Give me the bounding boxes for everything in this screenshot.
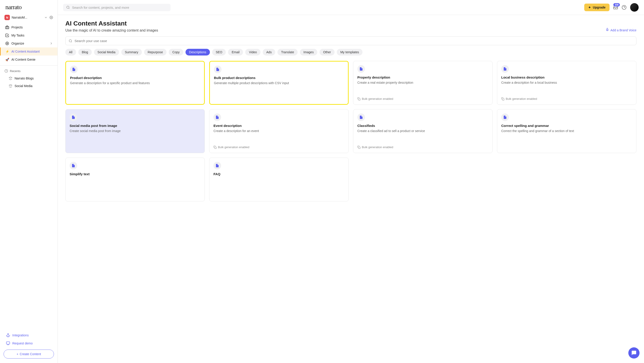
template-card[interactable]: FAQ	[209, 158, 349, 202]
filter-chip[interactable]: Email	[228, 49, 243, 56]
nav-projects[interactable]: Projects	[0, 23, 58, 31]
bolt-icon: ⚡	[5, 50, 9, 54]
gear-icon[interactable]	[50, 16, 53, 19]
template-card[interactable]: Simplify text	[65, 158, 205, 202]
card-title: Local business description	[501, 76, 632, 79]
sidebar-footer: Integrations Request demo + Create Conte…	[0, 328, 58, 363]
card-title: Property description	[357, 76, 488, 79]
clock-icon	[4, 69, 8, 73]
bulk-label: Bulk generation enabled	[357, 97, 488, 100]
recent-item[interactable]: Narrato Blogs	[0, 74, 58, 82]
svg-point-0	[51, 17, 52, 18]
recent-label: Social Media	[14, 84, 32, 88]
filter-chips: AllBlogSocial MediaSummaryRepurposeCopyD…	[65, 49, 636, 56]
svg-point-12	[67, 6, 69, 8]
filter-chip[interactable]: Social Media	[94, 49, 119, 56]
card-title: FAQ	[214, 172, 344, 176]
create-content-button[interactable]: + Create Content	[4, 350, 54, 358]
usecase-input[interactable]	[74, 39, 633, 43]
template-card[interactable]: Property descriptionCreate a real estate…	[353, 61, 492, 105]
bulk-label: Bulk generation enabled	[214, 146, 344, 149]
help-icon[interactable]	[622, 5, 626, 10]
document-icon	[70, 66, 78, 73]
chat-bubble[interactable]	[628, 347, 640, 358]
card-title: Simplify text	[70, 172, 200, 176]
svg-point-3	[6, 42, 9, 45]
template-card[interactable]: Event descriptionCreate a description fo…	[209, 109, 349, 153]
svg-rect-21	[358, 147, 360, 148]
nav-label: AI Content Assistant	[12, 50, 40, 53]
template-card[interactable]: Bulk product descriptionsGenerate multip…	[209, 61, 349, 105]
recents-label: Recents	[0, 67, 58, 74]
card-desc: Create a description for an event	[214, 129, 344, 134]
svg-rect-19	[502, 98, 504, 100]
card-desc: Correct the spelling and grammar of a se…	[501, 129, 632, 134]
template-card[interactable]: Social media post from imageCreate socia…	[65, 109, 205, 153]
filter-chip[interactable]: All	[65, 49, 76, 56]
card-title: Classifieds	[357, 124, 488, 128]
nav-ai-genie[interactable]: 🚀 AI Content Genie	[0, 56, 58, 64]
rocket-icon: 🚀	[5, 58, 9, 62]
nav-label: Request demo	[12, 342, 33, 345]
filter-chip[interactable]: Video	[245, 49, 260, 56]
document-icon	[214, 114, 221, 121]
nav-integrations[interactable]: Integrations	[4, 331, 54, 339]
content: AI Content Assistant Use the magic of AI…	[58, 15, 644, 363]
svg-rect-9	[6, 342, 10, 344]
card-title: Correct spelling and grammar	[501, 124, 632, 128]
card-desc: Create a description for a local busines…	[501, 80, 632, 85]
recent-item[interactable]: Social Media	[0, 82, 58, 90]
filter-chip[interactable]: SEO	[212, 49, 226, 56]
nav-request-demo[interactable]: Request demo	[4, 339, 54, 347]
template-card[interactable]: ClassifiedsCreate a classified ad to sel…	[353, 109, 492, 153]
nav-label: Integrations	[12, 334, 29, 337]
inbox-icon[interactable]: 338	[613, 5, 618, 10]
filter-chip[interactable]: Copy	[169, 49, 183, 56]
nav-my-tasks[interactable]: My Tasks	[0, 31, 58, 40]
chevron-down-icon[interactable]	[44, 16, 48, 19]
usecase-search[interactable]	[65, 36, 636, 45]
global-search[interactable]	[63, 4, 170, 11]
card-desc: Create social media post from image	[70, 129, 200, 134]
nav-ai-assistant[interactable]: ⚡ AI Content Assistant	[0, 48, 58, 56]
filter-chip[interactable]: Images	[300, 49, 317, 56]
workspace-name: NarratoM...	[12, 16, 42, 19]
briefcase-icon	[5, 25, 9, 29]
page-title: AI Content Assistant	[65, 20, 158, 27]
card-title: Social media post from image	[70, 124, 200, 128]
card-desc: Generate a description for a specific pr…	[70, 81, 200, 86]
filter-chip[interactable]: Ads	[263, 49, 275, 56]
mic-icon	[606, 28, 609, 32]
filter-chip[interactable]: Other	[320, 49, 334, 56]
template-card[interactable]: Local business descriptionCreate a descr…	[497, 61, 636, 105]
plus-icon: +	[16, 352, 18, 356]
document-icon	[501, 114, 509, 121]
notification-badge: 338	[613, 3, 620, 6]
svg-marker-5	[9, 77, 12, 78]
template-card[interactable]: Product descriptionGenerate a descriptio…	[65, 61, 205, 105]
filter-chip[interactable]: My templates	[337, 49, 362, 56]
main: ✦ Upgrade 338 AI Content Assistant Use t…	[58, 0, 644, 363]
filter-chip[interactable]: Blog	[78, 49, 92, 56]
card-desc: Generate multiple product descriptions w…	[214, 81, 344, 86]
bulk-label: Bulk generation enabled	[501, 97, 632, 100]
filter-chip[interactable]: Translate	[278, 49, 298, 56]
avatar[interactable]	[630, 3, 639, 12]
template-card[interactable]: Correct spelling and grammarCorrect the …	[497, 109, 636, 153]
bulk-label: Bulk generation enabled	[357, 146, 488, 149]
filter-chip[interactable]: Descriptions	[186, 49, 210, 56]
page-subtitle: Use the magic of AI to create amazing co…	[65, 28, 158, 32]
search-input[interactable]	[72, 6, 168, 10]
svg-point-7	[8, 334, 9, 335]
add-brand-voice[interactable]: Add a Brand Voice	[606, 28, 636, 32]
filter-chip[interactable]: Summary	[121, 49, 142, 56]
nav-label: Projects	[12, 26, 23, 29]
layers-icon	[9, 76, 12, 80]
workspace-switcher[interactable]: N NarratoM...	[0, 12, 58, 23]
upgrade-button[interactable]: ✦ Upgrade	[584, 4, 610, 11]
template-cards: Product descriptionGenerate a descriptio…	[65, 61, 636, 202]
check-icon	[5, 33, 9, 37]
svg-line-13	[69, 8, 69, 9]
nav-organize[interactable]: Organize	[0, 40, 58, 48]
filter-chip[interactable]: Repurpose	[144, 49, 167, 56]
